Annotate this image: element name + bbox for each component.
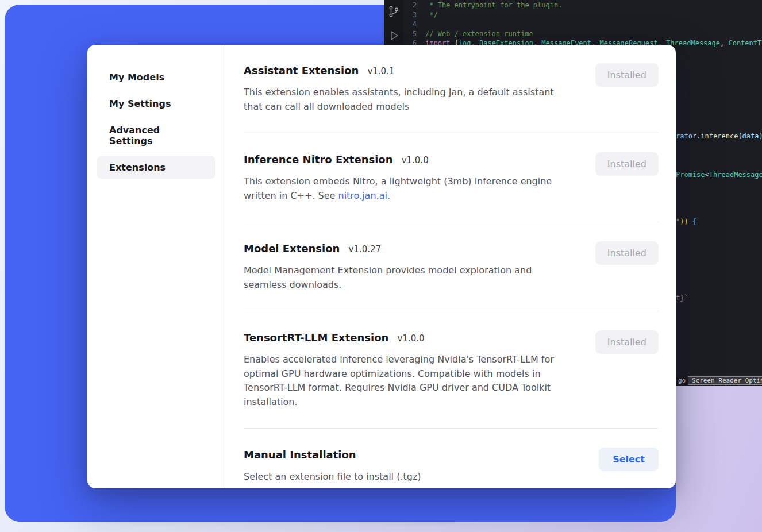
code-token: ThreadMessage — [709, 171, 762, 179]
line-number: 3 — [403, 10, 425, 20]
code-text: // Web / extension runtime — [425, 29, 533, 39]
installed-button[interactable]: Installed — [595, 241, 659, 265]
separator: , — [720, 39, 728, 47]
description-text: This extension embeds Nitro, a lightweig… — [244, 176, 552, 201]
extension-description: Enables accelerated inference leveraging… — [244, 353, 572, 409]
extension-title: Model Extension — [244, 242, 340, 255]
screen-reader-badge: Screen Reader Optimized — [688, 376, 762, 385]
extensions-list: Assistant Extension v1.0.1 This extensio… — [225, 45, 676, 488]
extension-info: TensortRT-LLM Extension v1.0.0 Enables a… — [244, 330, 595, 409]
extension-row-model: Model Extension v1.0.27 Model Management… — [244, 222, 659, 311]
manual-installation-title: Manual Installation — [244, 449, 356, 461]
status-text: go — [678, 377, 686, 385]
extension-info: Assistant Extension v1.0.1 This extensio… — [244, 63, 595, 114]
code-line: 4 — [403, 20, 762, 29]
manual-installation-row: Manual Installation Select an extension … — [244, 428, 659, 488]
extension-row-inference-nitro: Inference Nitro Extension v1.0.0 This ex… — [244, 133, 659, 222]
settings-sidebar: My Models My Settings Advanced Settings … — [87, 45, 225, 488]
code-line: 3 */ — [403, 10, 762, 20]
run-debug-icon[interactable] — [387, 29, 401, 43]
extension-title-row: Assistant Extension v1.0.1 — [244, 63, 572, 79]
editor-code-area: 2 * The entrypoint for the plugin. 3 */ … — [403, 1, 762, 48]
extension-title: Assistant Extension — [244, 64, 359, 76]
select-file-button[interactable]: Select — [599, 448, 659, 471]
import-id: ContentType — [728, 39, 762, 47]
extension-version: v1.0.0 — [402, 155, 429, 165]
line-number: 4 — [403, 20, 425, 29]
sidebar-item-my-models[interactable]: My Models — [97, 65, 215, 89]
extension-version: v1.0.0 — [397, 333, 424, 344]
import-id: ThreadMessage — [666, 39, 720, 47]
extension-title: TensortRT-LLM Extension — [244, 331, 388, 344]
extension-title-row: Manual Installation — [244, 448, 576, 463]
code-token: Promise — [676, 171, 705, 179]
source-control-icon[interactable] — [387, 5, 401, 18]
extension-version: v1.0.27 — [349, 244, 382, 255]
line-number: 5 — [403, 29, 425, 39]
code-line: 5 // Web / extension runtime — [403, 29, 762, 39]
extension-description: Model Management Extension provides mode… — [244, 264, 572, 292]
code-token: rator. — [676, 132, 701, 140]
installed-button[interactable]: Installed — [595, 63, 659, 87]
sidebar-item-advanced-settings[interactable]: Advanced Settings — [97, 118, 215, 153]
extension-row-assistant: Assistant Extension v1.0.1 This extensio… — [244, 63, 659, 133]
installed-button[interactable]: Installed — [595, 152, 659, 176]
sidebar-item-my-settings[interactable]: My Settings — [97, 92, 215, 115]
extension-info: Manual Installation Select an extension … — [244, 448, 599, 484]
extension-title-row: TensortRT-LLM Extension v1.0.0 — [244, 330, 572, 346]
installed-button[interactable]: Installed — [595, 330, 659, 354]
extension-description: This extension enables assistants, inclu… — [244, 86, 572, 114]
code-fragment: Promise<ThreadMessage> — [676, 171, 762, 179]
sidebar-item-extensions[interactable]: Extensions — [97, 156, 215, 179]
extension-info: Inference Nitro Extension v1.0.0 This ex… — [244, 152, 595, 203]
code-fragment: ")) { — [676, 218, 696, 226]
manual-installation-description: Select an extension file to install (.tg… — [244, 470, 576, 484]
extension-title-row: Inference Nitro Extension v1.0.0 — [244, 152, 572, 168]
code-token: )) — [680, 218, 688, 226]
line-number: 2 — [403, 1, 425, 10]
code-fragment: rator.inference(data)); — [676, 132, 762, 140]
code-fragment: t}` — [676, 294, 688, 302]
settings-modal: My Models My Settings Advanced Settings … — [87, 45, 676, 488]
code-text: */ — [425, 10, 438, 20]
code-token: { — [688, 218, 696, 226]
nitro-jan-ai-link[interactable]: nitro.jan.ai. — [338, 190, 390, 201]
extension-title: Inference Nitro Extension — [244, 153, 393, 165]
code-text: * The entrypoint for the plugin. — [425, 1, 562, 10]
extension-version: v1.0.1 — [367, 66, 394, 76]
code-token: (data)); — [738, 132, 762, 140]
code-line: 2 * The entrypoint for the plugin. — [403, 1, 762, 10]
extension-description: This extension embeds Nitro, a lightweig… — [244, 175, 572, 203]
code-token: < — [705, 171, 709, 179]
extension-title-row: Model Extension v1.0.27 — [244, 241, 572, 257]
extension-row-tensorrt-llm: TensortRT-LLM Extension v1.0.0 Enables a… — [244, 311, 659, 428]
code-token: inference — [701, 132, 738, 140]
extension-info: Model Extension v1.0.27 Model Management… — [244, 241, 595, 292]
